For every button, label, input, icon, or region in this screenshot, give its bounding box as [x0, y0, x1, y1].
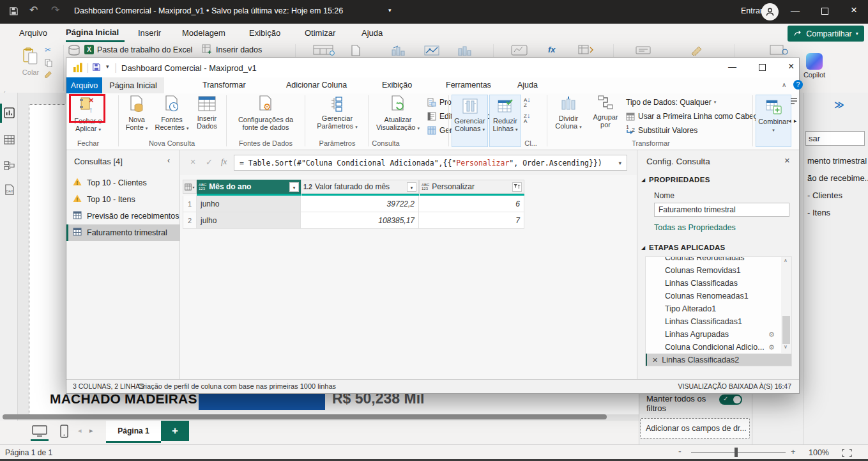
format-painter-icon[interactable] [44, 70, 54, 82]
pq-minimize-button[interactable]: — [728, 62, 736, 72]
new-source-button[interactable]: Nova Fonte ▾ [121, 95, 153, 140]
enter-data-button[interactable]: Inserir Dados [192, 95, 222, 140]
replace-values-button[interactable]: 1 2 Substituir Valores [626, 126, 697, 135]
step-item[interactable]: Linhas Classificadas1 [646, 315, 782, 328]
paste-button[interactable]: Colar [19, 47, 42, 90]
cut-icon[interactable]: ✂ [45, 45, 51, 54]
step-item[interactable]: Colunas Reordenadas [646, 256, 782, 264]
maximize-button[interactable] [821, 8, 828, 15]
row-number[interactable]: 1 [183, 196, 197, 212]
account-avatar[interactable] [761, 3, 779, 20]
all-properties-link[interactable]: Todas as Propriedades [654, 223, 736, 232]
close-button[interactable]: × [851, 4, 857, 17]
pq-tab-adicionar-coluna[interactable]: Adicionar Coluna [286, 81, 347, 90]
sort-descending-icon[interactable]: Z↓A [524, 113, 539, 124]
fields-search-input[interactable] [805, 131, 865, 146]
delete-step-icon[interactable]: ✕ [652, 356, 658, 364]
step-item-selected[interactable]: ✕ Linhas Classificadas2 [646, 354, 792, 366]
add-page-button[interactable]: + [161, 421, 189, 441]
redo-icon[interactable]: ↷ [51, 4, 59, 16]
tab-modelagem[interactable]: Modelagem [182, 28, 225, 38]
status-profile-info[interactable]: Criação de perfil de coluna com base nas… [138, 382, 336, 390]
column-header-personalizar[interactable]: ABC123 Personalizar [419, 180, 524, 194]
pq-tab-ferramentas[interactable]: Ferramentas [446, 81, 491, 90]
manage-parameters-button[interactable]: Gerenciar Parâmetros ▾ [309, 95, 365, 140]
pq-tab-exibicao[interactable]: Exibição [382, 81, 412, 90]
step-item[interactable]: Tipo Alterado1 [646, 302, 782, 315]
tab-pagina-inicial[interactable]: Página Inicial [66, 27, 119, 37]
share-button[interactable]: Compartilhar ▾ [788, 26, 864, 42]
query-item[interactable]: ! Top 10 - Itens [66, 191, 180, 208]
table-select-corner[interactable]: ▾ [183, 180, 197, 194]
zoom-level[interactable]: 100% [809, 448, 829, 457]
copilot-icon[interactable] [806, 53, 823, 70]
enter-data-label[interactable]: Inserir dados [216, 45, 262, 54]
cell-month[interactable]: julho [197, 212, 301, 229]
column-header-mes-do-ano[interactable]: ABC123 Mês do ano ▾ [197, 180, 301, 194]
tab-otimizar[interactable]: Otimizar [305, 28, 335, 38]
quick-access-dropdown-icon[interactable]: ▾ [106, 63, 109, 70]
scroll-right-icon[interactable]: ▸ [794, 118, 797, 124]
manage-columns-button[interactable]: Gerenciar Colunas ▾ [452, 95, 488, 147]
next-page-icon[interactable]: ▸ [89, 426, 93, 435]
pq-tab-arquivo[interactable]: Arquivo [66, 77, 102, 93]
settings-close-icon[interactable]: × [784, 155, 790, 166]
help-icon[interactable]: ? [793, 80, 803, 90]
mobile-view-icon[interactable] [60, 425, 68, 441]
signin-link[interactable]: Entrar [741, 6, 763, 15]
cell-month[interactable]: junho [197, 196, 301, 212]
split-column-button[interactable]: Dividir Coluna ▾ [551, 95, 586, 140]
minimize-button[interactable]: — [791, 5, 800, 15]
tab-arquivo[interactable]: Arquivo [19, 28, 47, 38]
pq-maximize-button[interactable] [759, 64, 766, 71]
scroll-left-icon[interactable]: ◂ [788, 118, 791, 124]
recent-sources-button[interactable]: Fontes Recentes ▾ [155, 95, 189, 140]
prev-page-icon[interactable]: ◂ [78, 426, 82, 435]
step-item[interactable]: Linhas Agrupadas⚙ [646, 328, 782, 341]
sort-filter-icon[interactable] [512, 182, 522, 192]
step-item[interactable]: Colunas Removidas1 [646, 264, 782, 277]
refresh-preview-button[interactable]: Atualizar Visualização ▾ [372, 95, 424, 140]
table-view-icon[interactable] [4, 134, 15, 148]
combine-button[interactable]: Combinar▾ [756, 95, 791, 147]
data-type-button[interactable]: Tipo de Dados: Qualquer▾ [626, 98, 716, 107]
page-tab[interactable]: Página 1 [106, 421, 161, 443]
field-item[interactable]: mento trimestral [807, 156, 867, 166]
filter-dropdown-icon[interactable]: ▾ [407, 182, 416, 192]
cell-value[interactable]: 39722,2 [301, 196, 419, 212]
tab-ajuda[interactable]: Ajuda [362, 28, 383, 38]
add-drillthrough-button[interactable]: Adicionar os campos de dr... [640, 418, 750, 439]
zoom-in-icon[interactable]: + [791, 447, 796, 457]
formula-cancel-icon[interactable]: × [190, 157, 195, 167]
query-item-selected[interactable]: Faturamento trimestral [66, 224, 180, 241]
query-item[interactable]: Previsão de recebimentos [66, 208, 180, 224]
row-number[interactable]: 2 [183, 212, 197, 229]
report-view-icon[interactable] [4, 107, 15, 121]
keep-filters-toggle[interactable]: ✓ [719, 395, 742, 405]
step-item[interactable]: Coluna Condicional Adicio...⚙ [646, 341, 782, 354]
step-settings-gear-icon[interactable]: ⚙ [768, 343, 775, 352]
zoom-out-icon[interactable]: - [678, 446, 681, 457]
data-source-settings-button[interactable]: ⚙ Configurações da fonte de dados [230, 95, 301, 140]
pq-tab-transformar[interactable]: Transformar [202, 81, 246, 90]
excel-workbook-label[interactable]: Pasta de trabalho do Excel [97, 45, 192, 54]
step-settings-gear-icon[interactable]: ⚙ [768, 331, 775, 339]
formula-input[interactable]: = Table.Sort(#"Coluna Condicional Adicio… [234, 155, 627, 171]
fx-icon[interactable]: fx [221, 157, 227, 167]
query-item[interactable]: ! Top 10 - Clientes [66, 175, 180, 191]
dax-query-view-icon[interactable]: DAX [4, 184, 15, 199]
collapse-triangle-icon[interactable]: ◢ [641, 245, 645, 251]
formula-expand-icon[interactable]: ▾ [618, 160, 621, 166]
ribbon-overflow-icon[interactable] [790, 96, 798, 107]
pq-tab-pagina-inicial[interactable]: Página Inicial [102, 77, 164, 93]
step-item[interactable]: Linhas Classificadas [646, 277, 782, 290]
query-name-input[interactable] [654, 203, 789, 217]
field-item[interactable]: - Itens [807, 208, 830, 217]
copy-icon[interactable] [45, 58, 52, 70]
collapse-pane-icon[interactable]: ≫ [834, 99, 844, 111]
filter-dropdown-icon[interactable]: ▾ [289, 182, 299, 192]
steps-scrollbar[interactable]: ∧ ∨ [781, 257, 791, 353]
column-header-valor-faturado[interactable]: 1.2 Valor faturado do mês ▾ [301, 180, 419, 194]
model-view-icon[interactable] [4, 160, 15, 173]
scrollbar-thumb[interactable] [782, 316, 790, 344]
